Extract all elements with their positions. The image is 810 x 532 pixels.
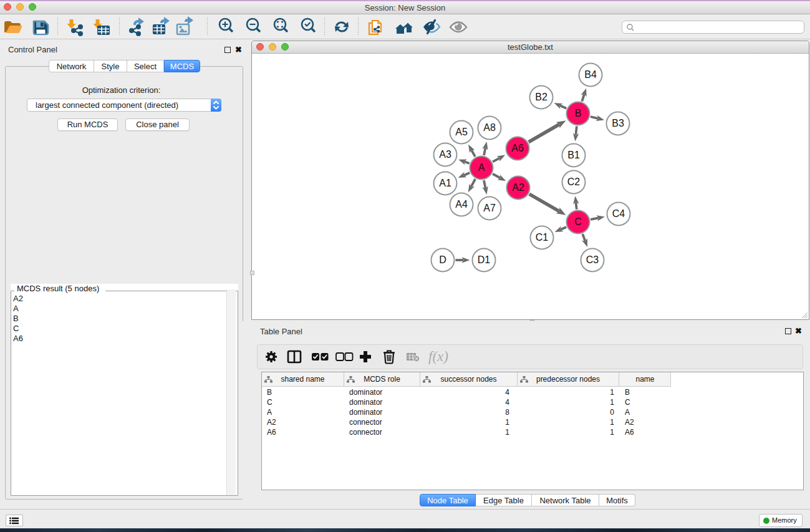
svg-text:C4: C4 [612, 208, 625, 219]
svg-text:C: C [574, 216, 582, 227]
svg-text:A4: A4 [455, 199, 468, 210]
svg-text:A2: A2 [512, 182, 524, 193]
svg-text:f(x): f(x) [428, 349, 448, 364]
svg-text:B2: B2 [535, 92, 547, 102]
svg-text:A5: A5 [455, 127, 468, 137]
svg-text:C1: C1 [536, 232, 549, 243]
svg-text:A: A [478, 162, 485, 173]
svg-text:A1: A1 [439, 178, 451, 188]
svg-text:B3: B3 [612, 118, 624, 128]
svg-text:C2: C2 [567, 177, 581, 187]
svg-text:A6: A6 [511, 143, 524, 153]
svg-text:D1: D1 [478, 254, 491, 265]
svg-text:A3: A3 [439, 149, 451, 160]
svg-text:A7: A7 [483, 203, 496, 213]
svg-text:B1: B1 [567, 150, 580, 160]
svg-text:B: B [575, 108, 582, 118]
svg-text:B4: B4 [584, 69, 597, 80]
svg-text:C3: C3 [586, 254, 599, 265]
svg-text:A8: A8 [483, 122, 496, 133]
svg-text:D: D [439, 254, 446, 265]
